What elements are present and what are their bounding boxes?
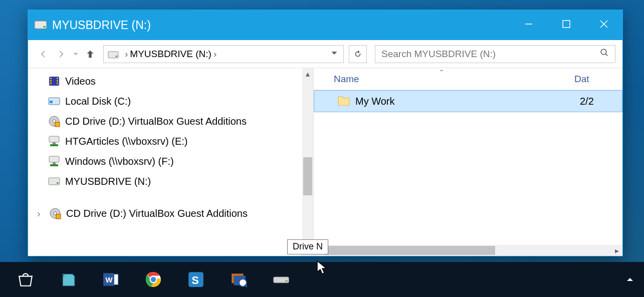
breadcrumb-separator-icon: › bbox=[125, 49, 128, 60]
svg-rect-3 bbox=[563, 21, 570, 28]
svg-rect-1 bbox=[43, 26, 45, 28]
scroll-right-button[interactable]: ▸ bbox=[611, 245, 622, 256]
search-input[interactable]: Search MYUSBDRIVE (N:) bbox=[375, 45, 615, 63]
svg-rect-12 bbox=[57, 78, 58, 79]
refresh-button[interactable] bbox=[349, 45, 367, 63]
column-header-name[interactable]: Name ⌃ bbox=[334, 74, 574, 85]
recent-locations-dropdown[interactable] bbox=[71, 46, 80, 62]
svg-rect-23 bbox=[49, 156, 59, 162]
svg-rect-32 bbox=[114, 274, 118, 284]
svg-rect-21 bbox=[53, 142, 56, 144]
disk-icon bbox=[48, 95, 60, 107]
nav-item-usb-drive[interactable]: MYUSBDRIVE (N:) bbox=[48, 171, 313, 191]
svg-text:S: S bbox=[191, 274, 198, 286]
svg-rect-42 bbox=[285, 280, 287, 282]
breadcrumb-separator-icon[interactable]: › bbox=[213, 49, 217, 60]
nav-item-net-drive-f[interactable]: Windows (\\vboxsrv) (F:) bbox=[48, 151, 313, 171]
close-button[interactable] bbox=[585, 10, 622, 40]
search-icon bbox=[600, 48, 609, 60]
nav-scrollbar[interactable]: ▴ ▾ bbox=[302, 68, 313, 256]
nav-item-label: CD Drive (D:) VirtualBox Guest Additions bbox=[66, 208, 248, 219]
svg-rect-20 bbox=[49, 136, 59, 142]
taskbar-app-snagit[interactable]: S bbox=[174, 262, 217, 297]
file-date: 2/2 bbox=[580, 96, 594, 107]
taskbar-app-pictures[interactable] bbox=[217, 262, 260, 297]
nav-item-cd-drive[interactable]: CD Drive (D:) VirtualBox Guest Additions bbox=[48, 111, 313, 131]
nav-item-videos[interactable]: Videos bbox=[48, 71, 313, 91]
nav-item-label: HTGArticles (\\vboxsrv) (E:) bbox=[65, 136, 187, 147]
svg-rect-25 bbox=[50, 164, 58, 166]
navigation-pane[interactable]: Videos Local Disk (C:) CD Drive (D:) Vir… bbox=[28, 68, 314, 256]
svg-rect-19 bbox=[55, 122, 60, 127]
address-bar[interactable]: › MYUSBDRIVE (N:) › bbox=[103, 45, 344, 63]
svg-text:W: W bbox=[105, 276, 113, 284]
scroll-thumb[interactable] bbox=[303, 157, 312, 195]
svg-rect-10 bbox=[50, 80, 52, 82]
network-drive-icon bbox=[48, 135, 60, 147]
svg-rect-22 bbox=[50, 144, 58, 146]
tray-expand-button[interactable] bbox=[620, 262, 640, 297]
taskbar-app-drive[interactable] bbox=[260, 262, 302, 297]
title-bar[interactable]: MYUSBDRIVE (N:) bbox=[28, 10, 622, 40]
svg-rect-41 bbox=[273, 277, 289, 283]
address-dropdown-button[interactable] bbox=[330, 49, 340, 60]
svg-point-35 bbox=[150, 276, 156, 283]
cursor-icon bbox=[317, 260, 329, 278]
svg-rect-16 bbox=[50, 101, 53, 103]
svg-rect-11 bbox=[50, 83, 52, 84]
back-button[interactable] bbox=[35, 46, 51, 62]
nav-item-net-drive-e[interactable]: HTGArticles (\\vboxsrv) (E:) bbox=[48, 131, 313, 151]
file-name: My Work bbox=[355, 96, 395, 107]
sort-indicator-icon: ⌃ bbox=[439, 69, 444, 76]
scroll-thumb[interactable] bbox=[325, 246, 495, 255]
address-bar-row: › MYUSBDRIVE (N:) › Search MYUSBDRIVE (N… bbox=[28, 40, 622, 68]
nav-item-label: CD Drive (D:) VirtualBox Guest Additions bbox=[65, 116, 247, 127]
taskbar-app-word[interactable]: W bbox=[89, 262, 132, 297]
nav-item-label: Windows (\\vboxsrv) (F:) bbox=[65, 156, 174, 167]
nav-item-label: Videos bbox=[65, 76, 96, 87]
nav-item-cd-drive-root[interactable]: › CD Drive (D:) VirtualBox Guest Additio… bbox=[37, 203, 313, 223]
taskbar-app-chrome[interactable] bbox=[132, 262, 174, 297]
tooltip: Drive N bbox=[287, 239, 328, 254]
file-row[interactable]: My Work 2/2 bbox=[314, 90, 622, 112]
drive-icon bbox=[48, 175, 60, 187]
drive-icon bbox=[34, 20, 47, 30]
file-explorer-window: MYUSBDRIVE (N:) bbox=[28, 10, 623, 256]
nav-item-local-disk[interactable]: Local Disk (C:) bbox=[48, 91, 313, 111]
scroll-up-button[interactable]: ▴ bbox=[302, 68, 313, 79]
cd-icon bbox=[49, 207, 61, 219]
videos-icon bbox=[48, 75, 60, 87]
window-title: MYUSBDRIVE (N:) bbox=[52, 19, 151, 32]
breadcrumb-location[interactable]: MYUSBDRIVE (N:) bbox=[130, 49, 211, 60]
svg-rect-24 bbox=[53, 162, 56, 164]
forward-button[interactable] bbox=[53, 46, 69, 62]
maximize-button[interactable] bbox=[547, 10, 585, 40]
network-drive-icon bbox=[48, 155, 60, 167]
expand-chevron-icon[interactable]: › bbox=[37, 208, 44, 219]
nav-item-label: Local Disk (C:) bbox=[65, 96, 131, 107]
nav-item-label: MYUSBDRIVE (N:) bbox=[65, 176, 151, 187]
search-placeholder: Search MYUSBDRIVE (N:) bbox=[381, 49, 496, 60]
up-button[interactable] bbox=[82, 46, 98, 62]
column-headers[interactable]: Name ⌃ Dat bbox=[314, 68, 622, 90]
content-pane[interactable]: Name ⌃ Dat My Work 2/2 ◂ ▸ bbox=[314, 68, 622, 256]
column-header-date[interactable]: Dat bbox=[574, 74, 589, 85]
svg-rect-9 bbox=[50, 78, 52, 79]
drive-icon bbox=[108, 50, 119, 58]
taskbar-app-notepad[interactable] bbox=[47, 262, 89, 297]
svg-rect-27 bbox=[57, 182, 59, 184]
folder-icon bbox=[337, 95, 350, 108]
taskbar-app-store[interactable] bbox=[4, 262, 47, 297]
svg-rect-7 bbox=[116, 56, 118, 57]
svg-rect-14 bbox=[57, 83, 58, 84]
content-scrollbar[interactable]: ◂ ▸ bbox=[314, 245, 622, 256]
svg-rect-30 bbox=[56, 214, 61, 219]
svg-rect-13 bbox=[57, 80, 58, 82]
minimize-button[interactable] bbox=[510, 10, 547, 40]
cd-icon bbox=[48, 115, 60, 127]
